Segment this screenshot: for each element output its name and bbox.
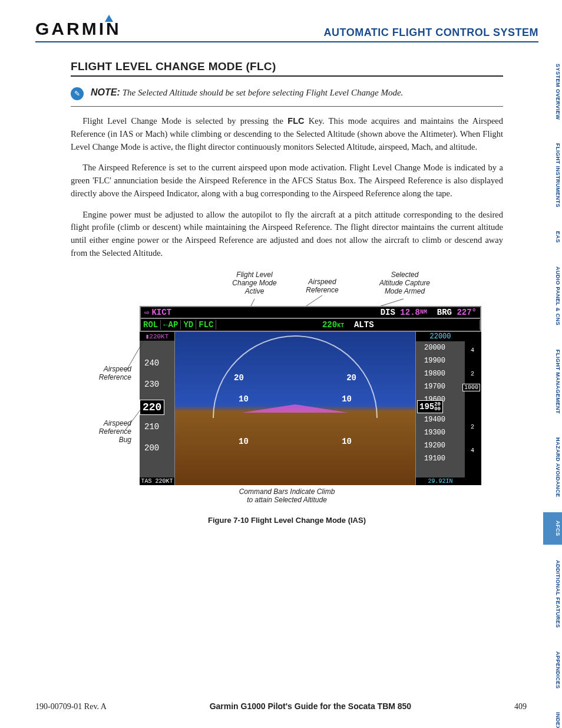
note-text: The Selected Altitude should be set befo… (123, 88, 404, 97)
yd-annun: YD (181, 320, 196, 330)
afcs-mode-bar: ROL ←AP YD FLC 220KT ALTS (140, 319, 481, 332)
attitude-indicator: 20 20 10 10 10 10 (175, 332, 415, 485)
flc-annun: FLC (196, 320, 216, 330)
chapter-title: AUTOMATIC FLIGHT CONTROL SYSTEM (324, 27, 539, 39)
callout-cmd-bars: Command Bars Indicate Climb to attain Se… (75, 487, 499, 504)
paragraph-3: Engine power must be adjusted to allow t… (71, 209, 503, 260)
tab-index[interactable]: INDEX (543, 704, 562, 728)
selected-altitude: 22000 (416, 332, 465, 341)
airspeed-ref-top: 220KT (149, 333, 168, 340)
nav-status-bar: ⇨ KICT DIS 12.8 NM BRG 227° (140, 306, 481, 319)
figure-7-10: Flight Level Change Mode Active Airspeed… (75, 271, 499, 525)
garmin-logo: GARMIN (35, 19, 130, 39)
note-block: ✎ NOTE: The Selected Altitude should be … (71, 87, 503, 107)
tab-system-overview[interactable]: SYSTEM OVERVIEW (543, 55, 562, 128)
tab-audio-panel[interactable]: AUDIO PANEL & CNS (543, 258, 562, 334)
tab-flight-management[interactable]: FLIGHT MANAGEMENT (543, 341, 562, 422)
footer-rev: 190-00709-01 Rev. A (35, 702, 107, 711)
ias-ref-value: 220 (322, 320, 337, 330)
tab-eas[interactable]: EAS (543, 223, 562, 251)
altitude-tape: 22000 20000 19900 19800 19700 19600 1940… (415, 332, 465, 485)
dis-label: DIS (381, 308, 395, 317)
note-icon: ✎ (71, 87, 84, 100)
section-tabs: SYSTEM OVERVIEW FLIGHT INSTRUMENTS EAS A… (543, 55, 562, 728)
vsi-tape: 4 2 2 4 1000 (465, 332, 481, 485)
footer-page: 409 (514, 702, 527, 711)
figure-caption: Figure 7-10 Flight Level Change Mode (IA… (75, 516, 499, 525)
section-title: FLIGHT LEVEL CHANGE MODE (FLC) (71, 60, 503, 77)
note-label: NOTE: (91, 87, 120, 97)
brg-value: 227° (457, 308, 477, 317)
dis-value: 12.8 (400, 308, 420, 317)
garmin-delta-icon (105, 15, 113, 22)
tas-readout: TAS 220KT (140, 477, 174, 485)
footer-title: Garmin G1000 Pilot's Guide for the Socat… (210, 701, 412, 711)
baro-setting: 29.92IN (416, 477, 465, 485)
tab-afcs[interactable]: AFCS (543, 512, 562, 545)
tab-appendices[interactable]: APPENDICES (543, 643, 562, 697)
tab-flight-instruments[interactable]: FLIGHT INSTRUMENTS (543, 135, 562, 216)
svg-line-4 (125, 406, 143, 430)
paragraph-1: Flight Level Change Mode is selected by … (71, 115, 503, 153)
paragraph-2: The Airspeed Reference is set to the cur… (71, 162, 503, 200)
tab-additional-features[interactable]: ADDITIONAL FEATURES (543, 552, 562, 636)
svg-line-3 (125, 341, 143, 372)
altitude-readout: 19520 00 (417, 400, 443, 413)
nav-waypoint: KICT (151, 308, 171, 317)
brg-label: BRG (437, 308, 452, 317)
command-bars-icon (242, 404, 348, 413)
tab-hazard-avoidance[interactable]: HAZARD AVOIDANCE (543, 429, 562, 506)
vsi-readout: 1000 (462, 384, 480, 391)
ap-annun: ←AP (161, 320, 181, 330)
alts-annun: ALTS (354, 320, 374, 330)
